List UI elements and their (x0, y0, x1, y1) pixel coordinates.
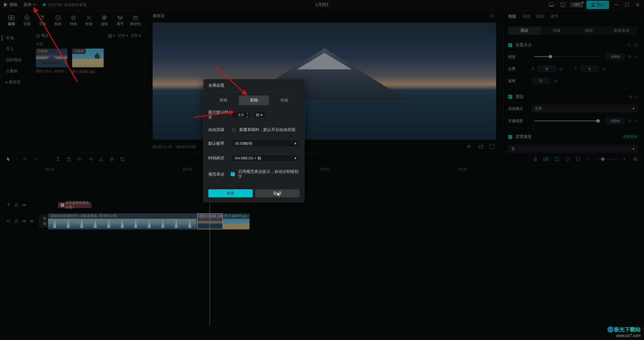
row-image-duration: 图片默认时长 2.0▴▾ 秒▾ (208, 110, 300, 120)
cursor-icon (277, 192, 281, 198)
dialog-title: 全局设置 (204, 79, 304, 92)
duration-unit-select[interactable]: 秒▾ (253, 111, 265, 119)
canonical-checkbox[interactable] (231, 172, 235, 176)
dialog-tabs: 草稿 剪辑 性能 (204, 92, 304, 105)
chevron-down-icon: ▾ (261, 113, 263, 117)
modal-overlay (0, 0, 644, 340)
row-canonical: 规范表达 启用规范表达提示，自动识别错别字 (208, 169, 300, 179)
save-button[interactable]: 保存 (208, 189, 253, 197)
dialog-tab-performance[interactable]: 性能 (269, 95, 300, 105)
watermark-url: www.xz7.com (607, 333, 641, 338)
spinner-icon[interactable]: ▴▾ (246, 112, 249, 118)
chevron-down-icon: ▾ (294, 141, 297, 146)
row-timecode: 时码样式 HH:MM:SS + 帧▾ (208, 154, 300, 162)
watermark: 🌀极光下载站 www.xz7.com (607, 326, 641, 338)
image-duration-input[interactable]: 2.0▴▾ (232, 111, 250, 119)
dialog-tab-draft[interactable]: 草稿 (208, 95, 239, 105)
row-free-layer: 自由层级 新建草稿时，默认开启自由层级 (208, 127, 300, 132)
watermark-logo: 🌀极光下载站 (607, 326, 641, 333)
dialog-tab-edit[interactable]: 剪辑 (239, 95, 269, 105)
fps-select[interactable]: 30.00帧/秒▾ (232, 140, 300, 147)
free-layer-toggle[interactable] (232, 128, 236, 132)
dialog-body: 图片默认时长 2.0▴▾ 秒▾ 自由层级 新建草稿时，默认开启自由层级 默认帧率… (204, 105, 304, 187)
global-settings-dialog: 全局设置 草稿 剪辑 性能 图片默认时长 2.0▴▾ 秒▾ 自由层级 新建草稿时… (203, 79, 305, 202)
dialog-footer: 保存 取消 (204, 187, 304, 202)
chevron-down-icon: ▾ (294, 156, 297, 160)
row-fps: 默认帧率 30.00帧/秒▾ (208, 140, 300, 147)
timecode-select[interactable]: HH:MM:SS + 帧▾ (232, 154, 300, 162)
